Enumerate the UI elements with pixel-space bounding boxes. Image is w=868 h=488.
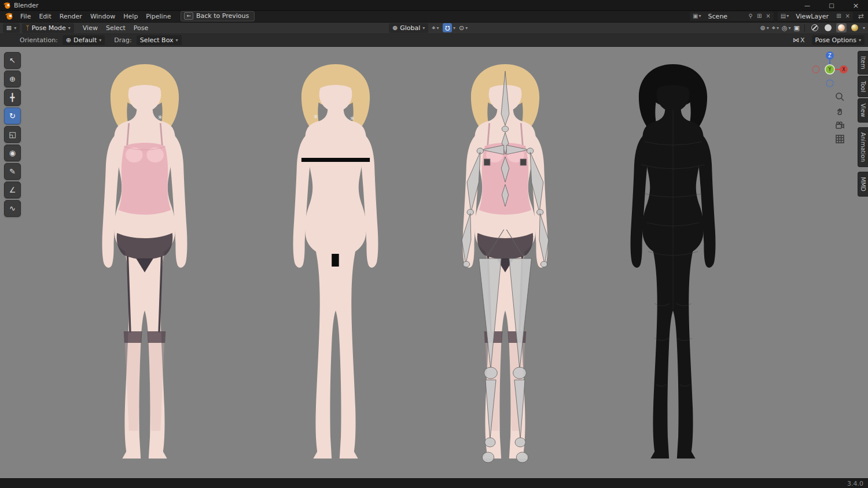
maximize-button[interactable]: □ [819, 0, 844, 10]
minimize-button[interactable]: — [795, 0, 819, 10]
menu-file[interactable]: File [16, 12, 35, 21]
shading-options-chevron[interactable]: ▾ [863, 25, 865, 31]
mode-selector[interactable]: ᛉ Pose Mode ▾ [22, 23, 74, 33]
topbar-right: ▣▾ Scene ⚲ ⊞ × ▤▾ ViewLayer ⊞ × ⇄ [690, 12, 868, 21]
camera-view-button[interactable] [833, 119, 846, 132]
pin-scene-icon[interactable]: ⚲ [748, 12, 754, 20]
menu-edit[interactable]: Edit [35, 12, 55, 21]
orientation-globe-icon: ⊕ [392, 24, 398, 32]
tool-rotate[interactable]: ↻ [4, 108, 21, 124]
mirror-x-toggle[interactable]: ⋈ X [793, 36, 805, 44]
pose-options-dropdown[interactable]: Pose Options ▾ [812, 35, 865, 45]
new-scene-icon[interactable]: ⊞ [756, 12, 763, 20]
sparkle-marker: * [314, 116, 318, 121]
menu-select[interactable]: Select [102, 23, 130, 33]
remove-viewlayer-icon[interactable]: × [844, 12, 851, 20]
sparkle-marker: * [158, 117, 163, 121]
menu-pipeline[interactable]: Pipeline [142, 12, 175, 21]
svg-text:Y: Y [828, 67, 832, 72]
window-controls: — □ × [795, 0, 868, 10]
viewlayer-browse-icon[interactable]: ▤▾ [779, 12, 790, 20]
blender-logo-icon [3, 2, 11, 9]
shading-wireframe-button[interactable] [810, 23, 820, 32]
orientation-label: Orientation: [20, 36, 58, 44]
shading-rendered-button[interactable] [849, 23, 860, 32]
viewlayer-name[interactable]: ViewLayer [792, 13, 833, 20]
tab-mmd[interactable]: MMD [858, 172, 868, 197]
drag-dropdown[interactable]: Select Box ▾ [137, 35, 182, 45]
tool-breakdowner[interactable]: ∿ [4, 200, 21, 217]
snap-options-chevron[interactable]: ▾ [453, 25, 455, 31]
pan-hand-button[interactable] [833, 105, 846, 117]
show-gizmo-dropdown[interactable]: ⌖ ▾ [772, 24, 779, 32]
menu-render[interactable]: Render [56, 12, 86, 21]
version-label: 3.4.0 [847, 480, 868, 487]
viewport-display-controls: ⊚ ▾ ⌖ ▾ ◎ ▾ ▣ ▾ [760, 22, 866, 34]
tab-view[interactable]: View [858, 98, 868, 123]
orientation-dropdown[interactable]: ⊕ Default ▾ [62, 35, 105, 45]
tool-transform[interactable]: ◉ [4, 145, 21, 161]
titlebar: Blender — □ × [0, 0, 868, 11]
tool-shelf: ↖ ⊕ ╋ ↻ ◱ ◉ ✎ ∠ ∿ [4, 52, 21, 217]
pose-mode-icon: ᛉ [25, 24, 30, 32]
menu-view[interactable]: View [79, 23, 102, 33]
tool-scale[interactable]: ◱ [4, 126, 21, 143]
tool-tweak[interactable]: ↖ [4, 52, 21, 69]
solid-sphere-icon [825, 24, 832, 31]
shading-solid-button[interactable] [823, 23, 833, 32]
character-model-base[interactable] [263, 61, 408, 465]
statusbar: 3.4.0 [0, 478, 868, 488]
tool-measure[interactable]: ∠ [4, 182, 21, 198]
perspective-grid-button[interactable] [833, 132, 846, 145]
tool-annotate[interactable]: ✎ [4, 163, 21, 180]
editor-type-button[interactable]: ⊞ ▾ [3, 23, 20, 33]
tab-tool[interactable]: Tool [858, 76, 868, 97]
back-to-previous-button[interactable]: ← Back to Previous [181, 11, 255, 21]
back-arrow-key-icon: ← [184, 12, 193, 20]
menu-help[interactable]: Help [119, 12, 142, 21]
gizmo-icon: ⌖ [772, 24, 775, 32]
transform-orientation-dropdown[interactable]: ⊕ Global ▾ [389, 23, 428, 33]
show-overlays-dropdown[interactable]: ◎ ▾ [782, 24, 791, 32]
pivot-point-dropdown[interactable]: ⌖ ▾ [432, 24, 439, 32]
proportional-editing-icon: ⊙ [459, 24, 464, 32]
visibility-icon: ⊚ [760, 24, 766, 32]
axes-icon: ⊕ [66, 36, 71, 44]
character-model-clothed[interactable] [72, 61, 217, 465]
xray-toggle[interactable]: ▣ [794, 24, 800, 32]
xray-icon: ▣ [794, 24, 800, 32]
character-model-armature[interactable] [433, 61, 578, 465]
svg-text:X: X [842, 67, 845, 72]
blender-menu-icon[interactable] [5, 12, 13, 20]
pivot-point-icon: ⌖ [432, 24, 435, 32]
menu-pose[interactable]: Pose [130, 23, 152, 33]
tool-cursor[interactable]: ⊕ [4, 71, 21, 87]
snap-toggle[interactable]: Ω [443, 23, 452, 32]
character-model-wireframe[interactable] [601, 61, 745, 465]
navigation-gizmo[interactable]: Z X Y [811, 51, 848, 88]
swap-viewlayer-icon[interactable]: ⇄ [857, 12, 865, 20]
mirror-icon: ⋈ [793, 36, 799, 44]
zoom-button[interactable] [833, 90, 846, 103]
scene-browse-icon[interactable]: ▣▾ [692, 12, 702, 20]
shading-material-button[interactable] [836, 23, 847, 32]
unlink-scene-icon[interactable]: × [764, 12, 771, 20]
scene-name[interactable]: Scene [704, 13, 746, 20]
tab-item[interactable]: Item [858, 51, 868, 75]
transform-controls: ⊕ Global ▾ ⌖ ▾ Ω ▾ ⊙ ▾ [389, 22, 468, 34]
menubar: File Edit Render Window Help Pipeline ← … [0, 10, 868, 23]
tool-move[interactable]: ╋ [4, 89, 21, 106]
pose-options-area: ⋈ X Pose Options ▾ [793, 34, 865, 46]
drag-label: Drag: [114, 36, 131, 44]
object-visibility-dropdown[interactable]: ⊚ ▾ [760, 24, 769, 32]
editor-type-icon: ⊞ [6, 24, 12, 32]
proportional-editing-dropdown[interactable]: ⊙ ▾ [459, 24, 468, 32]
new-viewlayer-icon[interactable]: ⊞ [835, 12, 842, 20]
tab-animation[interactable]: Animation [858, 127, 868, 167]
3d-viewport[interactable]: ↖ ⊕ ╋ ↻ ◱ ◉ ✎ ∠ ∿ * * * Z X Y [0, 46, 868, 478]
close-button[interactable]: × [844, 0, 868, 10]
tool-settings-bar: Orientation: ⊕ Default ▾ Drag: Select Bo… [0, 34, 868, 47]
menu-window[interactable]: Window [86, 12, 119, 21]
window-title: Blender [14, 2, 39, 9]
axis-minus-x-ball [812, 66, 819, 73]
